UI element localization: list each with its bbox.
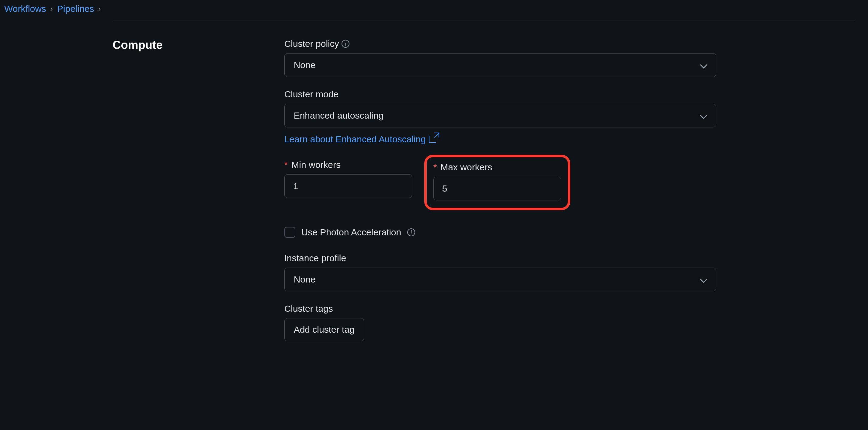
photon-checkbox[interactable]	[284, 227, 295, 238]
max-workers-highlight: * Max workers	[424, 155, 570, 210]
cluster-mode-label: Cluster mode	[284, 89, 339, 99]
cluster-policy-select[interactable]: None	[284, 53, 716, 77]
external-link-icon	[429, 135, 436, 143]
cluster-tags-label: Cluster tags	[284, 304, 333, 314]
required-star: *	[433, 162, 437, 173]
field-cluster-policy: Cluster policy i None	[284, 39, 716, 77]
section-heading-col: Compute	[113, 39, 163, 354]
cluster-mode-label-row: Cluster mode	[284, 89, 716, 99]
compute-form: Cluster policy i None Cluster mode Enhan…	[284, 39, 716, 354]
field-instance-profile: Instance profile None	[284, 253, 716, 291]
field-cluster-mode: Cluster mode Enhanced autoscaling Learn …	[284, 89, 716, 145]
max-workers-label-row: * Max workers	[433, 162, 561, 173]
add-cluster-tag-button[interactable]: Add cluster tag	[284, 318, 364, 341]
cluster-policy-value: None	[294, 60, 316, 70]
breadcrumb-link-pipelines[interactable]: Pipelines	[57, 4, 94, 14]
chevron-right-icon: ›	[51, 5, 53, 13]
cluster-tags-label-row: Cluster tags	[284, 304, 716, 314]
cluster-mode-value: Enhanced autoscaling	[294, 111, 383, 121]
required-star: *	[284, 160, 288, 170]
max-workers-input[interactable]	[433, 177, 561, 201]
chevron-down-icon	[700, 62, 707, 68]
photon-row: Use Photon Acceleration i	[284, 227, 716, 238]
cluster-policy-label: Cluster policy	[284, 39, 339, 49]
cluster-policy-label-row: Cluster policy i	[284, 39, 716, 49]
cluster-mode-select[interactable]: Enhanced autoscaling	[284, 104, 716, 127]
learn-autoscaling-link[interactable]: Learn about Enhanced Autoscaling	[284, 134, 436, 145]
chevron-down-icon	[700, 112, 707, 119]
min-workers-label: Min workers	[291, 160, 341, 170]
section-title-compute: Compute	[113, 39, 163, 52]
learn-autoscaling-link-text: Learn about Enhanced Autoscaling	[284, 134, 426, 145]
max-workers-block: * Max workers	[433, 162, 561, 201]
instance-profile-value: None	[294, 274, 316, 285]
field-cluster-tags: Cluster tags Add cluster tag	[284, 304, 716, 341]
max-workers-label: Max workers	[440, 162, 492, 173]
breadcrumb: Workflows › Pipelines ›	[0, 0, 868, 20]
min-workers-label-row: * Min workers	[284, 160, 412, 170]
min-workers-block: * Min workers	[284, 160, 412, 210]
min-workers-input[interactable]	[284, 174, 412, 198]
instance-profile-label: Instance profile	[284, 253, 346, 263]
instance-profile-label-row: Instance profile	[284, 253, 716, 263]
info-icon[interactable]: i	[407, 228, 415, 236]
chevron-down-icon	[700, 276, 707, 283]
info-icon[interactable]: i	[342, 40, 349, 48]
photon-label: Use Photon Acceleration	[301, 227, 401, 238]
chevron-right-icon: ›	[98, 5, 101, 13]
field-workers: * Min workers * Max workers	[284, 160, 716, 210]
instance-profile-select[interactable]: None	[284, 268, 716, 291]
breadcrumb-link-workflows[interactable]: Workflows	[4, 4, 46, 14]
